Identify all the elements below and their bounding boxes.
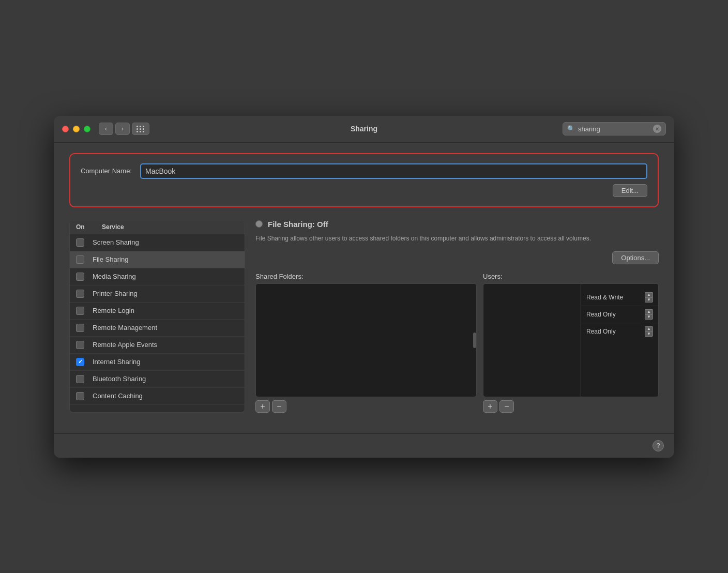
services-list: On Service Screen Sharing File Sharing M… <box>69 220 245 413</box>
stepper-up-1[interactable]: ▲ <box>645 309 653 314</box>
options-row: Options... <box>255 251 659 264</box>
titlebar: ‹ › Sharing 🔍 ✕ <box>54 116 674 143</box>
users-actions: + − <box>483 400 659 413</box>
grid-view-button[interactable] <box>132 123 149 135</box>
service-row-screen-sharing[interactable]: Screen Sharing <box>70 234 245 251</box>
search-bar: 🔍 ✕ <box>563 122 666 135</box>
permission-stepper-0[interactable]: ▲ ▼ <box>645 292 653 303</box>
service-row-file-sharing[interactable]: File Sharing <box>70 251 245 268</box>
search-input[interactable] <box>578 125 650 133</box>
edit-button[interactable]: Edit... <box>613 184 647 197</box>
stepper-down-2[interactable]: ▼ <box>645 331 653 337</box>
service-label-media-sharing: Media Sharing <box>93 273 136 280</box>
service-row-internet-sharing[interactable]: Internet Sharing <box>70 354 245 371</box>
checkbox-internet-sharing[interactable] <box>76 358 84 366</box>
checkbox-printer-sharing[interactable] <box>76 290 84 298</box>
service-label-remote-apple-events: Remote Apple Events <box>93 341 157 349</box>
computer-name-section: Computer Name: Edit... <box>69 153 659 207</box>
service-status: File Sharing: Off <box>255 220 659 229</box>
maximize-button[interactable] <box>84 126 90 132</box>
services-header: On Service <box>70 220 245 234</box>
status-indicator <box>255 220 263 228</box>
service-label-remote-management: Remote Management <box>93 324 157 331</box>
main-panel: On Service Screen Sharing File Sharing M… <box>69 220 659 413</box>
users-section: Users: Read & Write ▲ ▼ <box>483 273 659 413</box>
service-label-printer-sharing: Printer Sharing <box>93 290 138 297</box>
service-row-content-caching[interactable]: Content Caching <box>70 388 245 405</box>
checkbox-remote-login[interactable] <box>76 307 84 315</box>
service-row-remote-management[interactable]: Remote Management <box>70 320 245 337</box>
service-label-bluetooth-sharing: Bluetooth Sharing <box>93 375 146 383</box>
traffic-lights <box>62 126 90 132</box>
minimize-button[interactable] <box>73 126 80 132</box>
users-list-area: Read & Write ▲ ▼ Read Only ▲ <box>483 283 659 397</box>
content-area: Computer Name: Edit... On Service Screen… <box>54 143 674 423</box>
bottom-bar: ? <box>54 433 674 458</box>
close-button[interactable] <box>62 126 69 132</box>
list-divider <box>473 333 476 348</box>
shared-folders-label: Shared Folders: <box>255 273 477 280</box>
service-description: File Sharing allows other users to acces… <box>255 234 659 243</box>
forward-button[interactable]: › <box>115 123 130 135</box>
service-row-bluetooth-sharing[interactable]: Bluetooth Sharing <box>70 371 245 388</box>
service-row-printer-sharing[interactable]: Printer Sharing <box>70 285 245 303</box>
permission-stepper-1[interactable]: ▲ ▼ <box>645 309 653 320</box>
checkbox-file-sharing[interactable] <box>76 255 84 264</box>
search-clear-button[interactable]: ✕ <box>653 125 661 133</box>
add-user-button[interactable]: + <box>483 400 497 413</box>
help-button[interactable]: ? <box>653 440 664 451</box>
back-button[interactable]: ‹ <box>99 123 113 135</box>
users-label: Users: <box>483 273 659 280</box>
service-label-remote-login: Remote Login <box>93 307 134 314</box>
computer-name-row: Computer Name: <box>81 163 647 179</box>
shared-folders-section: Shared Folders: + − <box>255 273 477 413</box>
service-status-title: File Sharing: Off <box>268 220 328 229</box>
service-label-screen-sharing: Screen Sharing <box>93 238 139 246</box>
edit-row: Edit... <box>81 184 647 197</box>
users-permissions: Read & Write ▲ ▼ Read Only ▲ <box>581 283 659 397</box>
right-panel: File Sharing: Off File Sharing allows ot… <box>255 220 659 413</box>
checkbox-content-caching[interactable] <box>76 392 84 400</box>
checkbox-screen-sharing[interactable] <box>76 238 84 247</box>
checkbox-media-sharing[interactable] <box>76 273 84 281</box>
add-folder-button[interactable]: + <box>255 400 270 413</box>
service-label-content-caching: Content Caching <box>93 392 143 400</box>
search-icon: 🔍 <box>567 125 575 132</box>
permission-stepper-2[interactable]: ▲ ▼ <box>645 326 653 337</box>
permission-label-2: Read Only <box>586 328 616 335</box>
users-list[interactable] <box>483 283 581 397</box>
window-title: Sharing <box>351 125 377 133</box>
folders-actions: + − <box>255 400 477 413</box>
nav-buttons: ‹ › <box>99 123 130 135</box>
computer-name-label: Computer Name: <box>81 167 132 175</box>
checkbox-remote-apple-events[interactable] <box>76 341 84 349</box>
stepper-down-1[interactable]: ▼ <box>645 314 653 320</box>
system-preferences-window: ‹ › Sharing 🔍 ✕ Computer Name: Edit... <box>54 116 674 458</box>
shared-folders-list[interactable] <box>255 283 477 397</box>
options-button[interactable]: Options... <box>612 251 659 264</box>
grid-icon <box>136 126 145 132</box>
service-row-media-sharing[interactable]: Media Sharing <box>70 268 245 285</box>
permission-row-1: Read Only ▲ ▼ <box>581 306 658 323</box>
computer-name-input[interactable] <box>140 163 647 179</box>
stepper-up-0[interactable]: ▲ <box>645 292 653 297</box>
permission-label-1: Read Only <box>586 311 616 318</box>
stepper-up-2[interactable]: ▲ <box>645 326 653 331</box>
stepper-down-0[interactable]: ▼ <box>645 297 653 303</box>
service-row-remote-login[interactable]: Remote Login <box>70 303 245 320</box>
permission-row-0: Read & Write ▲ ▼ <box>581 289 658 306</box>
service-label-internet-sharing: Internet Sharing <box>93 358 141 366</box>
service-row-remote-apple-events[interactable]: Remote Apple Events <box>70 337 245 354</box>
permission-row-2: Read Only ▲ ▼ <box>581 323 658 340</box>
checkbox-remote-management[interactable] <box>76 324 84 332</box>
permission-label-0: Read & Write <box>586 294 623 301</box>
header-on: On <box>76 223 102 231</box>
service-label-file-sharing: File Sharing <box>93 255 128 263</box>
checkbox-bluetooth-sharing[interactable] <box>76 375 84 383</box>
folders-users-area: Shared Folders: + − Users: <box>255 273 659 413</box>
remove-folder-button[interactable]: − <box>272 400 286 413</box>
remove-user-button[interactable]: − <box>499 400 514 413</box>
header-service: Service <box>102 223 124 231</box>
